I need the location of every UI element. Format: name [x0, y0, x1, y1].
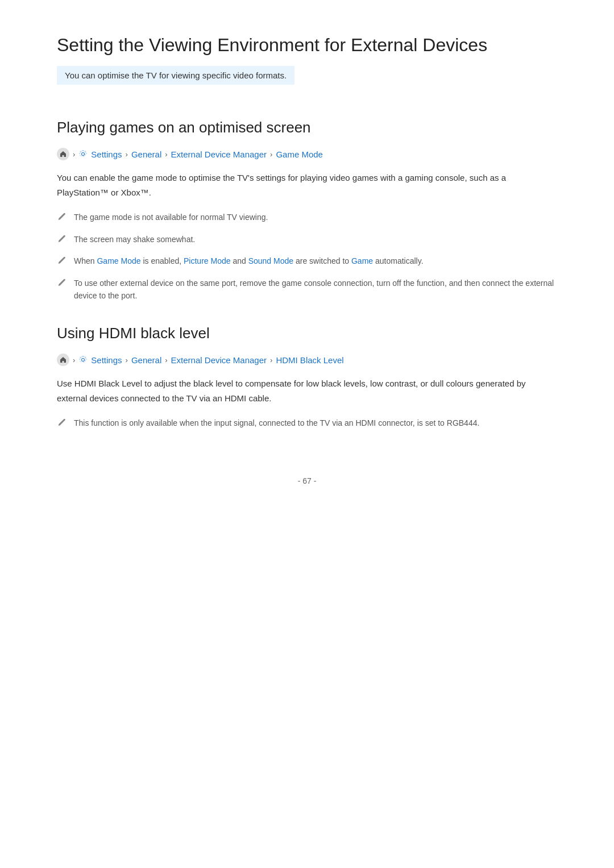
section2-body: Use HDMI Black Level to adjust the black… [57, 376, 557, 405]
general-label-1: General [131, 149, 161, 159]
section-games: Playing games on an optimised screen › S… [57, 119, 557, 302]
section1-bullets: The game mode is not available for norma… [57, 211, 557, 302]
bullet-item-3: When Game Mode is enabled, Picture Mode … [57, 255, 557, 268]
chevron-icon-4: › [270, 150, 272, 159]
section1-body: You can enable the game mode to optimise… [57, 171, 557, 200]
pencil-icon-2 [57, 234, 66, 247]
nav-path-2: › Settings › General › External Device M… [57, 354, 557, 366]
settings-label-2: Settings [91, 355, 122, 365]
chevron-icon-8: › [270, 356, 272, 364]
pencil-icon-5 [57, 418, 66, 430]
bullet-text-2: The screen may shake somewhat. [74, 233, 195, 246]
page-title: Setting the Viewing Environment for Exte… [57, 34, 557, 56]
bullet-item-4: To use other external device on the same… [57, 277, 557, 302]
subtitle-highlight: You can optimise the TV for viewing spec… [57, 66, 294, 85]
game-inline-link: Game [351, 256, 373, 265]
chevron-icon-3: › [165, 150, 167, 159]
section1-title: Playing games on an optimised screen [57, 119, 557, 136]
bullet-text-4: To use other external device on the same… [74, 277, 557, 302]
chevron-icon-7: › [165, 356, 167, 364]
external-device-manager-label-2: External Device Manager [171, 355, 267, 365]
external-device-manager-label-1: External Device Manager [171, 149, 267, 159]
settings-label-1: Settings [91, 149, 122, 159]
bullet-text-3: When Game Mode is enabled, Picture Mode … [74, 255, 424, 267]
chevron-icon-6: › [126, 356, 128, 364]
bullet-text-1: The game mode is not available for norma… [74, 211, 268, 223]
chevron-icon-2: › [126, 150, 128, 159]
game-mode-inline-link: Game Mode [97, 256, 140, 265]
game-mode-label: Game Mode [276, 149, 323, 159]
section2-title: Using HDMI black level [57, 325, 557, 342]
home-icon-2 [57, 354, 69, 366]
pencil-icon-1 [57, 212, 66, 225]
home-icon [57, 148, 69, 160]
general-label-2: General [131, 355, 161, 365]
picture-mode-inline-link: Picture Mode [184, 256, 230, 265]
hdmi-black-level-label: HDMI Black Level [276, 355, 343, 365]
bullet-item-5: This function is only available when the… [57, 417, 557, 430]
section-hdmi: Using HDMI black level › Settings › Gene… [57, 325, 557, 430]
page-number: - 67 - [57, 476, 557, 485]
sound-mode-inline-link: Sound Mode [248, 256, 293, 265]
nav-path-1: › Settings › General › External Device M… [57, 148, 557, 160]
pencil-icon-4 [57, 278, 66, 290]
bullet-item-2: The screen may shake somewhat. [57, 233, 557, 247]
chevron-icon-5: › [73, 356, 75, 364]
bullet-text-5: This function is only available when the… [74, 417, 479, 429]
settings-gear-icon-1 [78, 149, 88, 159]
section2-bullets: This function is only available when the… [57, 417, 557, 430]
settings-gear-icon-2 [78, 355, 88, 364]
pencil-icon-3 [57, 256, 66, 268]
bullet-item-1: The game mode is not available for norma… [57, 211, 557, 225]
chevron-icon-1: › [73, 150, 75, 159]
